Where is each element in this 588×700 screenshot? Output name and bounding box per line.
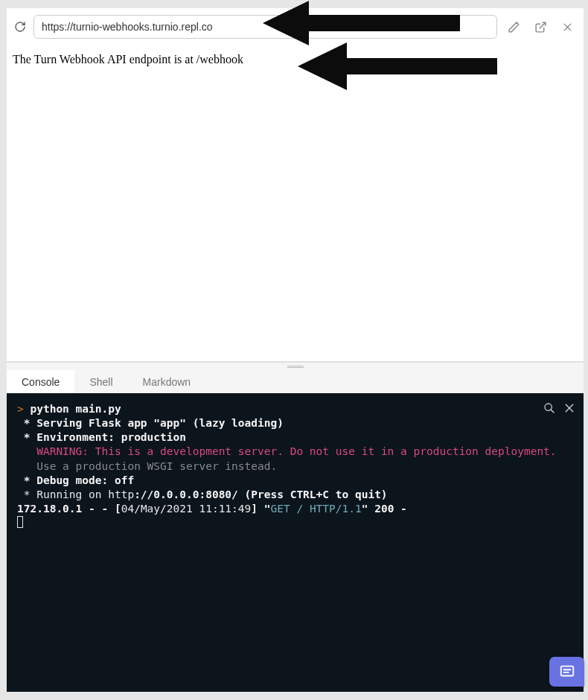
console-search-button[interactable] [543,402,555,414]
console-actions [543,402,575,414]
browser-toolbar [7,8,584,45]
app-frame: The Turn Webhook API endpoint is at /web… [6,7,584,693]
tab-markdown[interactable]: Markdown [128,370,206,393]
tab-console[interactable]: Console [7,370,74,393]
open-new-tab-button[interactable] [530,16,551,37]
tab-shell[interactable]: Shell [74,370,127,393]
console-close-button[interactable] [564,402,575,414]
browser-preview-pane: The Turn Webhook API endpoint is at /web… [7,8,584,362]
svg-rect-9 [560,666,573,676]
reload-button[interactable] [13,19,28,34]
console-output[interactable]: > python main.py * Serving Flask app "ap… [7,393,584,692]
console-log-line: 172.18.0.1 - - [04/May/2021 11:11:49] "G… [17,503,407,515]
console-warning: WARNING: This is a development server. D… [17,445,557,457]
url-input[interactable] [33,15,497,39]
console-line: * Serving Flask app "app" (lazy loading) [17,417,284,429]
page-body: The Turn Webhook API endpoint is at /web… [7,45,584,361]
prompt-symbol: > [17,403,24,415]
grip-icon [287,366,304,368]
external-link-icon [534,21,547,34]
console-tabs: Console Shell Markdown [7,370,584,393]
close-icon [564,403,575,413]
console-dim: Use a production WSGI server instead. [17,460,277,472]
page-text: The Turn Webhook API endpoint is at /web… [13,53,243,66]
search-icon [543,402,555,414]
close-preview-button[interactable] [557,16,578,37]
chat-icon [559,664,575,680]
console-line: * Running on http://0.0.0.0:8080/ (Press… [17,489,388,500]
pane-resize-handle[interactable] [7,362,584,370]
edit-button[interactable] [503,16,524,37]
chat-widget-button[interactable] [549,657,584,687]
close-icon [562,22,573,33]
svg-line-4 [551,410,554,413]
pencil-icon [508,21,520,34]
reload-icon [14,21,26,33]
console-text: > python main.py * Serving Flask app "ap… [17,402,573,532]
command-text: python main.py [30,403,121,415]
console-line: * Environment: production [17,431,186,443]
console-line: * Debug mode: off [17,474,134,486]
svg-line-0 [540,22,546,28]
terminal-cursor [17,516,23,528]
